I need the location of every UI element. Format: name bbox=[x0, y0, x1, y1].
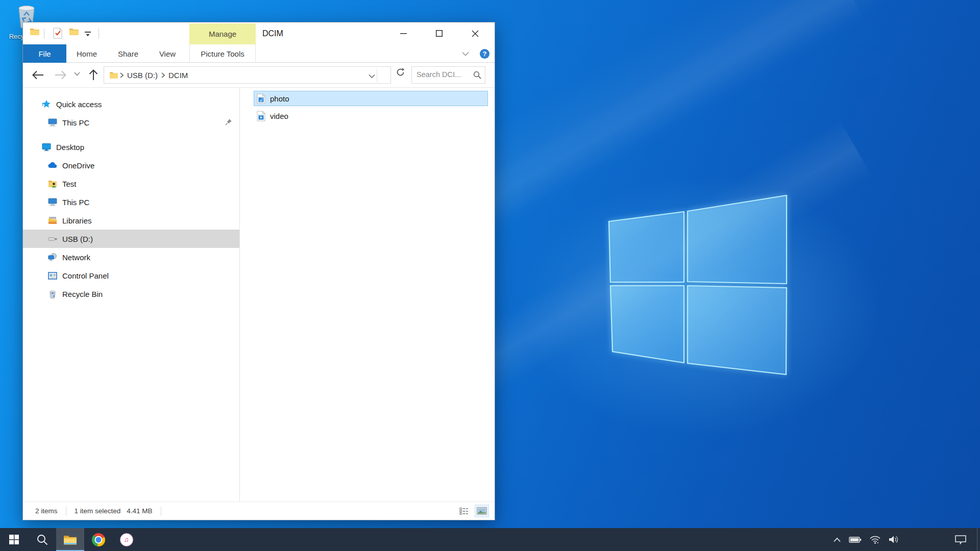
itunes-icon: ♫ bbox=[120, 533, 133, 546]
selection-count: 1 item selected bbox=[75, 507, 121, 515]
sidebar-item-label: Libraries bbox=[62, 216, 92, 225]
status-separator bbox=[161, 507, 161, 516]
taskbar: ♫ bbox=[0, 528, 980, 551]
back-button[interactable] bbox=[31, 69, 44, 81]
contextual-tab-manage[interactable]: Manage bbox=[189, 23, 256, 44]
sidebar-item-usb-d[interactable]: USB (D:) bbox=[23, 230, 239, 248]
onedrive-cloud-icon bbox=[48, 161, 57, 170]
breadcrumb-segment-dcim[interactable]: DCIM bbox=[166, 71, 190, 80]
file-explorer-window: Manage DCIM File Home Share View Picture… bbox=[22, 22, 495, 520]
up-button[interactable] bbox=[88, 69, 99, 81]
this-pc-icon bbox=[48, 197, 57, 207]
address-folder-icon bbox=[109, 71, 118, 79]
large-thumbnails-view-button[interactable] bbox=[475, 505, 488, 517]
expand-ribbon-button[interactable] bbox=[460, 48, 471, 59]
help-button[interactable]: ? bbox=[480, 49, 489, 59]
hidden-icons-chevron[interactable] bbox=[833, 537, 841, 542]
sidebar-item-recycle-bin[interactable]: Recycle Bin bbox=[23, 285, 239, 303]
breadcrumb-segment-usb[interactable]: USB (D:) bbox=[125, 71, 160, 80]
sidebar-item-label: Network bbox=[62, 253, 90, 262]
search-icon[interactable] bbox=[473, 71, 481, 81]
details-view-icon bbox=[459, 507, 469, 515]
taskbar-itunes-button[interactable]: ♫ bbox=[112, 528, 140, 551]
sidebar-item-label: Recycle Bin bbox=[62, 290, 103, 298]
chevron-down-icon bbox=[462, 52, 469, 56]
tab-share[interactable]: Share bbox=[107, 44, 149, 63]
start-button[interactable] bbox=[0, 528, 28, 551]
forward-arrow-icon bbox=[54, 69, 67, 81]
sidebar-item-label: Control Panel bbox=[62, 271, 109, 280]
title-bar: Manage DCIM bbox=[23, 22, 495, 44]
sidebar-item-onedrive[interactable]: OneDrive bbox=[23, 156, 239, 174]
toolbar-separator bbox=[44, 29, 44, 39]
window-title: DCIM bbox=[262, 22, 283, 44]
thumbnails-view-icon bbox=[477, 507, 487, 515]
search-input[interactable] bbox=[412, 67, 469, 82]
view-toggle-buttons bbox=[457, 505, 488, 517]
sidebar-item-label: Test bbox=[62, 180, 77, 188]
volume-icon[interactable] bbox=[889, 535, 900, 544]
address-dropdown-button[interactable] bbox=[369, 71, 375, 81]
sidebar-item-desktop[interactable]: Desktop bbox=[23, 138, 239, 156]
status-separator bbox=[66, 507, 66, 516]
recent-locations-dropdown[interactable] bbox=[74, 72, 80, 76]
address-bar-row: USB (D:) DCIM bbox=[23, 63, 495, 88]
system-tray bbox=[833, 528, 900, 551]
maximize-button[interactable] bbox=[428, 22, 451, 44]
this-pc-icon bbox=[48, 118, 57, 127]
search-icon bbox=[36, 534, 48, 546]
file-row-photo[interactable]: photo bbox=[254, 91, 488, 106]
sidebar-item-libraries[interactable]: Libraries bbox=[23, 211, 239, 230]
address-bar[interactable]: USB (D:) DCIM bbox=[104, 66, 391, 84]
sidebar-item-control-panel[interactable]: Control Panel bbox=[23, 266, 239, 285]
taskbar-file-explorer-button[interactable] bbox=[56, 528, 84, 551]
wifi-icon[interactable] bbox=[869, 535, 881, 544]
chrome-icon bbox=[92, 533, 105, 546]
pin-icon bbox=[225, 118, 232, 127]
sidebar-item-test[interactable]: Test bbox=[23, 174, 239, 193]
main-content: Quick access This PC Desktop bbox=[23, 88, 495, 503]
qat-customize-dropdown[interactable] bbox=[84, 30, 91, 39]
sidebar-item-label: OneDrive bbox=[62, 161, 94, 170]
minimize-button[interactable] bbox=[392, 22, 415, 44]
show-desktop-button[interactable] bbox=[977, 528, 980, 551]
sidebar-item-this-pc-pinned[interactable]: This PC bbox=[23, 113, 239, 132]
toolbar-separator bbox=[99, 29, 99, 39]
chevron-down-icon bbox=[74, 72, 80, 76]
sidebar-group-gap bbox=[23, 132, 239, 138]
window-folder-icon bbox=[30, 28, 40, 38]
image-file-icon bbox=[257, 93, 265, 104]
qat-properties-button[interactable] bbox=[53, 28, 63, 41]
sidebar-item-this-pc[interactable]: This PC bbox=[23, 193, 239, 211]
action-center-button[interactable] bbox=[954, 528, 967, 551]
tab-file[interactable]: File bbox=[23, 44, 66, 63]
refresh-button[interactable] bbox=[394, 66, 406, 78]
video-file-icon bbox=[257, 111, 265, 121]
libraries-icon bbox=[48, 216, 57, 225]
sidebar-item-label: USB (D:) bbox=[62, 235, 93, 243]
tab-picture-tools[interactable]: Picture Tools bbox=[189, 44, 256, 63]
taskbar-search-button[interactable] bbox=[28, 528, 56, 551]
action-center-icon bbox=[954, 535, 967, 545]
qat-new-folder-button[interactable] bbox=[69, 28, 79, 38]
close-button[interactable] bbox=[463, 22, 486, 44]
items-count: 2 items bbox=[35, 507, 58, 515]
recycle-bin-icon bbox=[48, 289, 57, 298]
user-folder-icon bbox=[48, 179, 57, 188]
sidebar-item-label: This PC bbox=[62, 198, 89, 207]
sidebar-item-quick-access[interactable]: Quick access bbox=[23, 95, 239, 113]
details-view-button[interactable] bbox=[457, 505, 471, 517]
breadcrumb-chevron-icon bbox=[161, 72, 165, 78]
tab-home[interactable]: Home bbox=[66, 44, 107, 63]
forward-button[interactable] bbox=[54, 69, 67, 81]
address-separator bbox=[377, 69, 377, 82]
chevron-down-icon bbox=[369, 74, 375, 79]
file-row-video[interactable]: video bbox=[254, 108, 488, 123]
battery-icon[interactable] bbox=[849, 536, 862, 543]
tab-view[interactable]: View bbox=[149, 44, 186, 63]
file-name: video bbox=[270, 112, 288, 120]
taskbar-chrome-button[interactable] bbox=[84, 528, 112, 551]
caption-buttons bbox=[392, 22, 486, 44]
file-name: photo bbox=[270, 94, 289, 103]
sidebar-item-network[interactable]: Network bbox=[23, 248, 239, 266]
